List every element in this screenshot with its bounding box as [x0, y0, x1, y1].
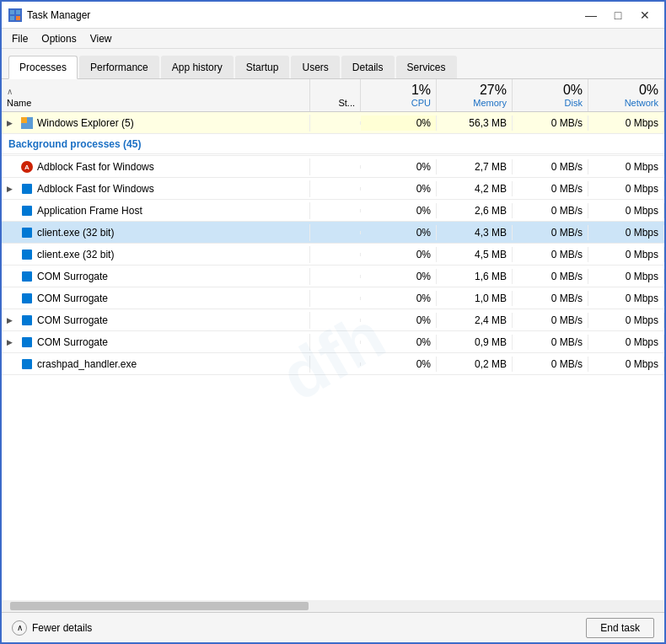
process-name-cell: ▶ Adblock Fast for Windows	[2, 180, 310, 197]
table-row[interactable]: ▶ Windows Explorer (5) 0% 56,3 MB 0 MB/s	[2, 112, 664, 134]
menu-view[interactable]: View	[83, 31, 119, 46]
table-row[interactable]: ▶ A Adblock Fast for Windows 0% 2,7 MB 0…	[2, 156, 664, 178]
process-name-cell: ▶ crashpad_handler.exe	[2, 356, 310, 373]
process-cpu: 0%	[361, 159, 437, 174]
memory-label: Memory	[473, 98, 507, 108]
process-name: crashpad_handler.exe	[37, 358, 137, 370]
svg-rect-15	[22, 293, 32, 303]
tab-details[interactable]: Details	[341, 56, 395, 78]
status-label: St...	[338, 98, 355, 108]
col-header-memory[interactable]: 27% Memory	[437, 79, 513, 111]
main-content: ∧ Name St... 1% CPU 27% Memory 0% Disk 0…	[2, 79, 664, 612]
process-disk: 0 MB/s	[513, 291, 588, 306]
app-icon	[8, 8, 22, 22]
table-row[interactable]: ▶ client.exe (32 bit) 0% 4,3 MB 0 MB/s 0…	[2, 222, 664, 244]
window-title: Task Manager	[27, 9, 578, 21]
sort-arrow: ∧	[7, 87, 304, 96]
table-row[interactable]: ▶ crashpad_handler.exe 0% 0,2 MB 0 MB/s …	[2, 353, 664, 375]
process-memory: 0,9 MB	[437, 335, 513, 350]
process-name-cell: ▶ client.exe (32 bit)	[2, 246, 310, 263]
table-row[interactable]: ▶ COM Surrogate 0% 0,9 MB 0 MB/s 0 Mbps	[2, 331, 664, 353]
close-button[interactable]: ✕	[632, 5, 658, 25]
svg-rect-1	[16, 10, 20, 14]
blue-icon	[20, 226, 34, 239]
cpu-percent: 1%	[411, 83, 431, 98]
process-status	[310, 253, 361, 256]
tab-performance[interactable]: Performance	[79, 56, 159, 78]
col-header-status[interactable]: St...	[310, 79, 361, 111]
process-cpu: 0%	[361, 115, 437, 131]
tab-users[interactable]: Users	[291, 56, 339, 78]
tab-processes[interactable]: Processes	[8, 56, 78, 79]
tab-bar: Processes Performance App history Startu…	[2, 49, 664, 79]
network-label: Network	[625, 98, 658, 108]
svg-rect-13	[22, 250, 32, 260]
col-header-cpu[interactable]: 1% CPU	[361, 79, 437, 111]
process-status	[310, 121, 361, 125]
process-cpu: 0%	[361, 291, 437, 306]
svg-rect-4	[21, 117, 27, 123]
blue-icon	[20, 204, 34, 217]
title-bar: Task Manager — □ ✕	[2, 2, 664, 29]
svg-rect-6	[21, 123, 27, 129]
table-row[interactable]: ▶ COM Surrogate 0% 1,6 MB 0 MB/s 0 Mbps	[2, 266, 664, 287]
process-status	[310, 319, 361, 322]
table-row[interactable]: ▶ Application Frame Host 0% 2,6 MB 0 MB/…	[2, 200, 664, 222]
process-name-cell: ▶ COM Surrogate	[2, 312, 310, 329]
table-header: ∧ Name St... 1% CPU 27% Memory 0% Disk 0…	[2, 79, 664, 112]
process-memory: 1,0 MB	[437, 291, 513, 306]
cpu-label: CPU	[411, 98, 431, 108]
table-body[interactable]: dfh ▶ Windows Explorer (5)	[2, 112, 664, 600]
process-network: 0 Mbps	[588, 291, 664, 306]
fewer-details-icon: ∧	[12, 620, 27, 636]
table-row[interactable]: ▶ COM Surrogate 0% 1,0 MB 0 MB/s 0 Mbps	[2, 287, 664, 309]
process-disk: 0 MB/s	[513, 203, 588, 218]
minimize-button[interactable]: —	[578, 5, 604, 25]
tab-startup[interactable]: Startup	[235, 56, 290, 78]
expand-icon: ▶	[7, 316, 17, 325]
horizontal-scrollbar[interactable]	[2, 600, 664, 612]
svg-rect-10	[22, 184, 32, 194]
table-row[interactable]: ▶ COM Surrogate 0% 2,4 MB 0 MB/s 0 Mbps	[2, 309, 664, 331]
svg-rect-12	[22, 228, 32, 238]
svg-rect-5	[27, 117, 33, 123]
menu-file[interactable]: File	[5, 31, 35, 46]
fewer-details-button[interactable]: ∧ Fewer details	[12, 620, 92, 636]
scroll-thumb[interactable]	[10, 602, 309, 610]
col-header-network[interactable]: 0% Network	[588, 79, 664, 111]
table-row[interactable]: ▶ Adblock Fast for Windows 0% 4,2 MB 0 M…	[2, 178, 664, 200]
svg-rect-18	[22, 359, 32, 369]
process-name: Application Frame Host	[37, 205, 142, 217]
menu-bar: File Options View	[2, 29, 664, 49]
tab-services[interactable]: Services	[396, 56, 457, 78]
process-name: COM Surrogate	[37, 271, 108, 282]
fewer-details-label: Fewer details	[32, 622, 92, 634]
col-header-disk[interactable]: 0% Disk	[513, 79, 588, 111]
process-disk: 0 MB/s	[513, 159, 588, 174]
process-disk: 0 MB/s	[513, 357, 588, 372]
maximize-button[interactable]: □	[605, 5, 631, 25]
process-name-cell: ▶ COM Surrogate	[2, 268, 310, 285]
process-status	[310, 165, 361, 169]
section-header-row: Background processes (45)	[2, 134, 664, 156]
process-disk: 0 MB/s	[513, 225, 588, 240]
process-name-cell: ▶ client.exe (32 bit)	[2, 224, 310, 241]
blue-icon	[20, 182, 34, 196]
process-network: 0 Mbps	[588, 181, 664, 196]
disk-percent: 0%	[563, 83, 583, 98]
svg-rect-3	[16, 16, 20, 20]
process-memory: 56,3 MB	[437, 115, 513, 131]
process-name: client.exe (32 bit)	[37, 249, 114, 260]
process-network: 0 Mbps	[588, 159, 664, 174]
scroll-track	[2, 600, 664, 612]
table-row[interactable]: ▶ client.exe (32 bit) 0% 4,5 MB 0 MB/s 0…	[2, 244, 664, 266]
process-name-cell: ▶ Windows Explorer (5)	[2, 115, 310, 131]
end-task-button[interactable]: End task	[586, 618, 654, 638]
process-status	[310, 275, 361, 278]
process-cpu: 0%	[361, 225, 437, 240]
col-header-name[interactable]: ∧ Name	[2, 79, 310, 111]
menu-options[interactable]: Options	[35, 31, 83, 46]
tab-app-history[interactable]: App history	[161, 56, 234, 78]
process-cpu: 0%	[361, 313, 437, 328]
process-memory: 4,5 MB	[437, 247, 513, 262]
